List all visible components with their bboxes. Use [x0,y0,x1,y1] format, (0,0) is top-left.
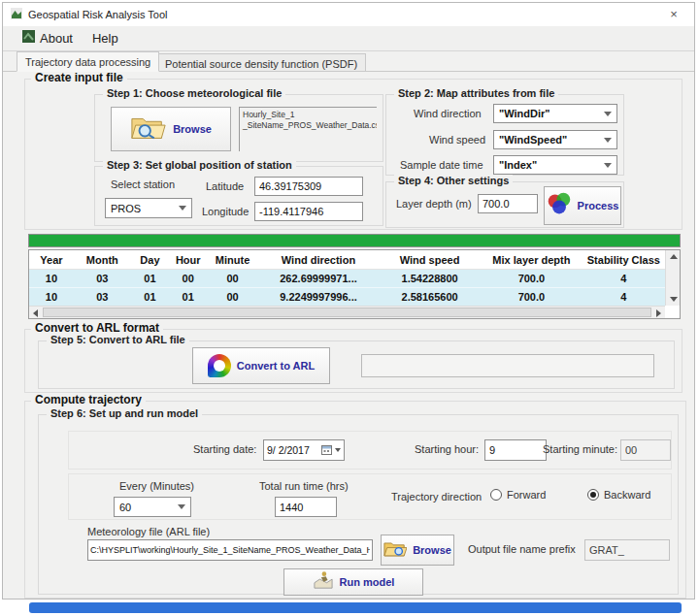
table-cell: 00 [169,273,207,284]
arl-met-file-input[interactable] [87,539,373,561]
browse-met-file-button[interactable]: Browse [111,107,231,151]
col-hour[interactable]: Hour [169,254,207,266]
table-cell: 01 [169,291,207,303]
layer-depth-input[interactable] [478,194,538,213]
weather-data-table: Year Month Day Hour Minute Wind directio… [28,249,681,319]
folder-icon [383,539,407,562]
table-cell: 1.54228800 [379,273,481,284]
table-cell: 700.0 [481,273,582,284]
chevron-down-icon [335,448,341,452]
output-prefix-input[interactable] [584,539,670,561]
total-run-time-input[interactable] [275,497,337,517]
col-mix-layer-depth[interactable]: Mix layer depth [481,254,582,266]
close-button[interactable]: × [665,7,682,22]
table-cell: 9.2249997996... [258,291,379,303]
step4-title: Step 4: Other settings [394,175,513,186]
backward-radio[interactable]: Backward [587,489,650,501]
step3-title: Step 3: Set global position of station [103,159,296,171]
tab-trajectory-data-processing[interactable]: Trajectory data processing [17,51,159,72]
run-model-label: Run model [340,576,395,588]
app-icon [11,6,22,23]
step5-title: Step 5: Convert to ARL file [47,334,189,345]
col-year[interactable]: Year [29,254,74,266]
wind-speed-value: "WindSpeed" [499,134,567,146]
rgb-circles-icon [547,192,572,219]
horizontal-scrollbar[interactable] [29,306,665,318]
longitude-input[interactable] [254,202,363,221]
table-header-row: Year Month Day Hour Minute Wind directio… [29,250,665,270]
table-cell: 262.69999971... [258,273,379,284]
step6-title: Step 6: Set up and run model [47,407,202,419]
col-minute[interactable]: Minute [207,254,257,266]
table-cell: 2.58165600 [379,291,481,303]
table-cell: 00 [207,291,257,303]
rainbow-ring-icon [208,354,231,377]
starting-hour-input[interactable] [484,439,547,461]
convert-arl-group-title: Convert to ARL format [31,321,163,335]
table-cell: 10 [29,291,74,303]
vertical-scrollbar[interactable] [665,250,680,306]
menu-bar: About Help [3,26,694,51]
starting-date-picker[interactable]: 9/ 2/2017 [263,439,345,461]
scroll-left-arrow-icon[interactable] [33,309,38,317]
runner-map-icon [313,570,334,594]
menu-about-label: About [40,26,73,51]
col-wind-direction[interactable]: Wind direction [258,254,379,266]
convert-to-arl-button[interactable]: Convert to ARL [192,347,330,384]
table-body: Year Month Day Hour Minute Wind directio… [29,250,665,306]
start-datetime-panel: Starting date: 9/ 2/2017 Starting hour: … [68,431,672,470]
step3-group: Step 3: Set global position of station S… [94,166,383,226]
step6-group: Step 6: Set up and run model Starting da… [38,414,679,595]
process-button[interactable]: Process [544,186,621,225]
total-run-time-label: Total run time (hrs) [259,480,349,492]
latitude-label: Latitude [206,180,244,192]
col-wind-speed[interactable]: Wind speed [379,254,481,266]
col-stability-class[interactable]: Stability Class [582,254,665,266]
chevron-down-icon [604,112,612,116]
radio-unchecked-icon [490,489,502,501]
forward-radio-label: Forward [507,489,546,501]
starting-date-value: 9/ 2/2017 [267,444,318,456]
forward-radio[interactable]: Forward [490,489,546,501]
col-month[interactable]: Month [74,254,131,266]
latitude-input[interactable] [254,177,363,196]
trajectory-direction-label: Trajectory direction [391,491,482,503]
wind-speed-select[interactable]: "WindSpeed" [493,130,617,149]
process-progress-bar [28,234,681,247]
sample-date-time-label: Sample date time [400,159,483,171]
run-model-button[interactable]: Run model [283,568,423,596]
backward-radio-label: Backward [604,489,650,501]
menu-help-label: Help [92,26,118,51]
every-minutes-select[interactable]: 60 [114,497,191,517]
radio-checked-icon [587,489,599,501]
every-minutes-value: 60 [119,502,131,513]
tab-psdf[interactable]: Potential source density function (PSDF) [156,53,366,72]
starting-minute-input[interactable] [620,439,671,461]
chevron-down-icon [178,504,185,509]
sample-date-time-select[interactable]: "Index" [493,155,617,175]
scrollbar-thumb[interactable] [43,308,651,317]
output-prefix-label: Output file name prefix [468,543,576,555]
scroll-right-arrow-icon[interactable] [656,309,661,317]
every-minutes-label: Every (Minutes) [119,480,194,492]
arl-met-file-label: Meteorology file (ARL file) [87,526,210,537]
wind-direction-value: "WindDir" [499,108,550,119]
menu-about[interactable]: About [13,26,83,50]
table-cell: 700.0 [481,291,582,303]
col-day[interactable]: Day [131,254,169,266]
create-input-file-title: Create input file [31,71,127,84]
wind-direction-select[interactable]: "WindDir" [493,104,617,123]
menu-help[interactable]: Help [83,26,128,50]
table-row[interactable]: 10 03 01 01 00 9.2249997996... 2.5816560… [29,288,665,306]
table-row[interactable]: 10 03 01 00 00 262.69999971... 1.5422880… [29,270,665,288]
scroll-up-arrow-icon[interactable] [670,254,678,259]
scroll-down-arrow-icon[interactable] [670,297,678,302]
station-select-value: PROS [111,203,141,214]
station-select[interactable]: PROS [105,198,192,218]
layer-depth-label: Layer depth (m) [396,198,472,210]
step2-group: Step 2: Map attributes from file Wind di… [385,94,624,176]
browse-arl-file-button[interactable]: Browse [381,535,454,566]
table-cell: 03 [74,291,131,303]
starting-minute-label: Starting minute: [543,443,617,455]
longitude-label: Longitude [202,206,249,217]
